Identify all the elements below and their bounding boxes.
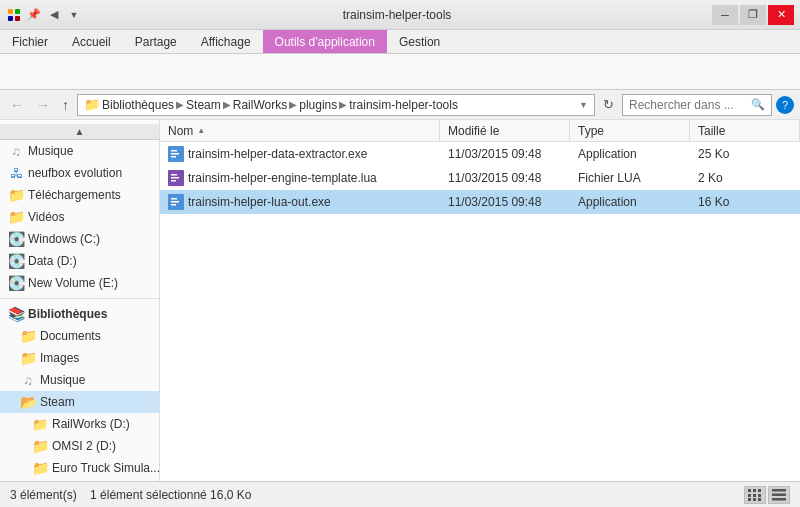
- folder-icon-documents: 📁: [20, 328, 36, 344]
- tab-outils[interactable]: Outils d'application: [263, 30, 387, 53]
- sidebar-item-data[interactable]: 💽 Data (D:): [0, 250, 159, 272]
- sidebar-item-steam[interactable]: 📂 Steam: [0, 391, 159, 413]
- folder-icon-bibliotheques: 📚: [8, 306, 24, 322]
- search-input[interactable]: [629, 98, 751, 112]
- restore-button[interactable]: ❐: [740, 5, 766, 25]
- sidebar-item-documents[interactable]: 📁 Documents: [0, 325, 159, 347]
- detail-view-button[interactable]: [768, 486, 790, 504]
- items-count-label: 3 élément(s): [10, 488, 77, 502]
- svg-rect-15: [171, 204, 176, 206]
- address-bar[interactable]: 📁 Bibliothèques ▶ Steam ▶ RailWorks ▶ pl…: [77, 94, 595, 116]
- sidebar-label-newvolume: New Volume (E:): [28, 276, 118, 290]
- svg-rect-0: [8, 9, 13, 14]
- sidebar-item-telechargements[interactable]: 📁 Téléchargements: [0, 184, 159, 206]
- sidebar-label-telechargements: Téléchargements: [28, 188, 121, 202]
- table-row[interactable]: trainsim-helper-lua-out.exe 11/03/2015 0…: [160, 190, 800, 214]
- sidebar-label-images: Images: [40, 351, 79, 365]
- drive-icon-windows: 💽: [8, 231, 24, 247]
- tab-gestion[interactable]: Gestion: [387, 30, 452, 53]
- tab-affichage[interactable]: Affichage: [189, 30, 263, 53]
- sidebar-item-omsi[interactable]: 📁 OMSI 2 (D:): [0, 435, 159, 457]
- tab-partage[interactable]: Partage: [123, 30, 189, 53]
- col-header-nom[interactable]: Nom ▲: [160, 120, 440, 141]
- svg-rect-22: [748, 498, 751, 501]
- app-icon: [6, 7, 22, 23]
- status-items-count: 3 élément(s) 1 élément sélectionné 16,0 …: [10, 488, 252, 502]
- svg-rect-24: [758, 498, 761, 501]
- col-nom-sort-icon: ▲: [197, 126, 205, 135]
- breadcrumb-item-libraries[interactable]: Bibliothèques: [102, 98, 174, 112]
- file-date-cell-3: 11/03/2015 09:48: [440, 195, 570, 209]
- breadcrumb-sep-3: ▶: [289, 99, 297, 110]
- sidebar-item-railworks[interactable]: 📁 RailWorks (D:): [0, 413, 159, 435]
- tab-fichier[interactable]: Fichier: [0, 30, 60, 53]
- sidebar-divider-1: [0, 298, 159, 299]
- ribbon-tabs: Fichier Accueil Partage Affichage Outils…: [0, 30, 800, 54]
- sidebar-item-videos[interactable]: 📁 Vidéos: [0, 206, 159, 228]
- sidebar-item-images[interactable]: 📁 Images: [0, 347, 159, 369]
- breadcrumb-item-steam[interactable]: Steam: [186, 98, 221, 112]
- sidebar: ▲ ♫ Musique 🖧 neufbox evolution 📁 Téléch…: [0, 120, 160, 481]
- sidebar-item-musique2[interactable]: ♫ Musique: [0, 369, 159, 391]
- refresh-button[interactable]: ↻: [599, 95, 618, 114]
- svg-rect-13: [171, 198, 177, 200]
- up-button[interactable]: ↑: [58, 95, 73, 115]
- table-row[interactable]: trainsim-helper-data-extractor.exe 11/03…: [160, 142, 800, 166]
- sidebar-label-musique: Musique: [28, 144, 73, 158]
- back-button[interactable]: ←: [6, 95, 28, 115]
- sidebar-label-videos: Vidéos: [28, 210, 64, 224]
- down-arrow-icon: ▼: [66, 7, 82, 23]
- list-view-button[interactable]: [744, 486, 766, 504]
- table-row[interactable]: trainsim-helper-engine-template.lua 11/0…: [160, 166, 800, 190]
- sidebar-item-neufbox[interactable]: 🖧 neufbox evolution: [0, 162, 159, 184]
- minimize-button[interactable]: ─: [712, 5, 738, 25]
- breadcrumb-item-current: trainsim-helper-tools: [349, 98, 458, 112]
- sidebar-item-musique[interactable]: ♫ Musique: [0, 140, 159, 162]
- svg-rect-5: [171, 150, 177, 152]
- sidebar-label-documents: Documents: [40, 329, 101, 343]
- col-header-taille[interactable]: Taille: [690, 120, 800, 141]
- svg-rect-25: [772, 489, 786, 492]
- sidebar-item-windows[interactable]: 💽 Windows (C:): [0, 228, 159, 250]
- address-dropdown-icon[interactable]: ▼: [579, 100, 588, 110]
- folder-icon-railworks: 📁: [32, 416, 48, 432]
- music-icon-2: ♫: [20, 372, 36, 388]
- sidebar-item-eurotruck[interactable]: 📁 Euro Truck Simula...: [0, 457, 159, 479]
- file-type-cell-3: Application: [570, 195, 690, 209]
- col-header-modifie[interactable]: Modifié le: [440, 120, 570, 141]
- close-button[interactable]: ✕: [768, 5, 794, 25]
- breadcrumb-sep-4: ▶: [339, 99, 347, 110]
- back-arrow-icon: ◀: [46, 7, 62, 23]
- breadcrumb-item-plugins[interactable]: plugins: [299, 98, 337, 112]
- sidebar-scroll-up[interactable]: ▲: [0, 124, 159, 140]
- music-icon: ♫: [8, 143, 24, 159]
- col-header-type[interactable]: Type: [570, 120, 690, 141]
- status-view-buttons: [744, 486, 790, 504]
- search-box[interactable]: 🔍: [622, 94, 772, 116]
- svg-rect-9: [171, 174, 177, 176]
- file-type-cell-1: Application: [570, 147, 690, 161]
- svg-rect-3: [15, 16, 20, 21]
- help-button[interactable]: ?: [776, 96, 794, 114]
- svg-rect-21: [758, 494, 761, 497]
- file-size-cell-3: 16 Ko: [690, 195, 800, 209]
- file-name-cell-3: trainsim-helper-lua-out.exe: [160, 194, 440, 210]
- sidebar-item-bibliotheques[interactable]: 📚 Bibliothèques: [0, 303, 159, 325]
- breadcrumb-item-railworks[interactable]: RailWorks: [233, 98, 287, 112]
- folder-icon-steam: 📂: [20, 394, 36, 410]
- svg-rect-2: [8, 16, 13, 21]
- svg-rect-1: [15, 9, 20, 14]
- title-controls: ─ ❐ ✕: [712, 5, 794, 25]
- tab-accueil[interactable]: Accueil: [60, 30, 123, 53]
- selection-info-label: 1 élément sélectionné 16,0 Ko: [90, 488, 251, 502]
- svg-rect-6: [171, 153, 179, 155]
- file-area: Nom ▲ Modifié le Type Taille: [160, 120, 800, 481]
- ribbon-bar: [0, 54, 800, 90]
- file-name-1: trainsim-helper-data-extractor.exe: [188, 147, 367, 161]
- svg-rect-20: [753, 494, 756, 497]
- sidebar-item-videos2[interactable]: 📁 Vidéos: [0, 479, 159, 481]
- lua-icon-1: [168, 170, 184, 186]
- forward-button[interactable]: →: [32, 95, 54, 115]
- network-icon: 🖧: [8, 165, 24, 181]
- sidebar-item-newvolume[interactable]: 💽 New Volume (E:): [0, 272, 159, 294]
